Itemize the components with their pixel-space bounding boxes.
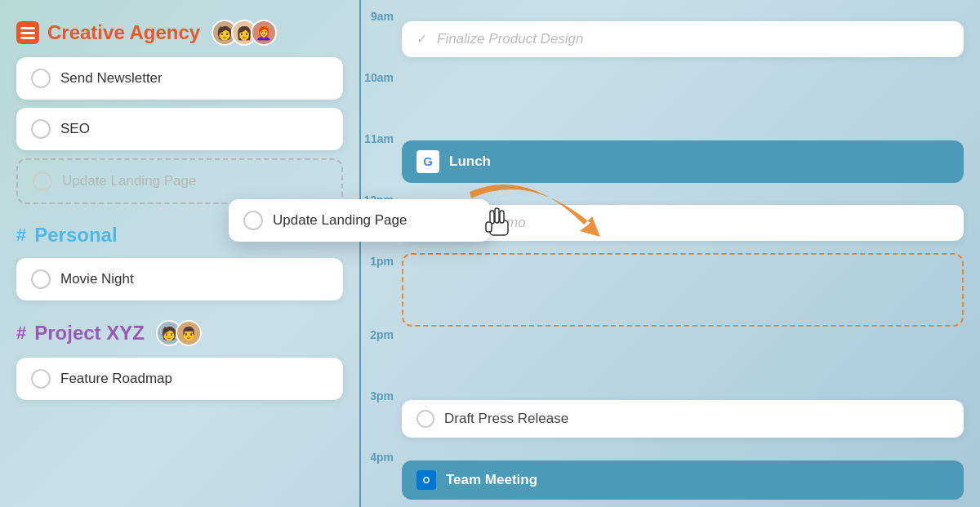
creative-agency-title: Creative Agency	[47, 21, 200, 44]
event-label: Draft Press Release	[444, 411, 568, 427]
hash-personal-icon: #	[16, 225, 26, 246]
time-label-3pm: 3pm	[361, 388, 402, 402]
task-checkbox	[33, 171, 52, 191]
outlook-icon: O	[416, 470, 436, 490]
task-feature-roadmap[interactable]: Feature Roadmap	[16, 358, 343, 400]
event-draft-press-release: Draft Press Release	[402, 400, 964, 438]
google-icon: G	[416, 150, 439, 173]
time-slot-11am: 11am G Lunch	[361, 131, 964, 192]
slot-content-10am	[402, 69, 964, 131]
floating-task-update-landing-page[interactable]: Update Landing Page	[229, 199, 490, 242]
time-label-11am: 11am	[361, 131, 402, 145]
personal-title: Personal	[34, 224, 117, 247]
svg-rect-2	[20, 32, 35, 34]
time-grid: 9am ✓ Finalize Product Design 10am 11am …	[361, 8, 964, 499]
time-slot-3pm: 3pm Draft Press Release	[361, 388, 964, 449]
task-label: SEO	[60, 121, 90, 137]
creative-agency-avatars: 🧑 👩 👩‍🦰	[212, 20, 277, 46]
event-finalize-product-design: ✓ Finalize Product Design	[402, 21, 964, 57]
time-slot-2pm: 2pm	[361, 327, 964, 388]
event-team-meeting: O Team Meeting	[402, 460, 964, 500]
task-label: Update Landing Page	[62, 173, 196, 189]
avatar-5: 👨	[176, 320, 202, 346]
event-label: Finalize Product Design	[437, 31, 584, 47]
task-checkbox[interactable]	[31, 119, 51, 139]
left-panel: Creative Agency 🧑 👩 👩‍🦰 Send Newsletter …	[0, 0, 359, 507]
section-project-xyz: # Project XYZ 🧑 👨 Feature Roadmap	[16, 320, 343, 400]
event-checkbox[interactable]	[416, 410, 434, 428]
time-slot-10am: 10am	[361, 69, 964, 131]
svg-rect-7	[500, 211, 504, 223]
task-checkbox[interactable]	[31, 69, 51, 88]
check-icon: ✓	[416, 31, 427, 47]
svg-rect-8	[486, 222, 492, 232]
time-slot-4pm: 4pm O Team Meeting	[361, 449, 964, 507]
section-project-xyz-header: # Project XYZ 🧑 👨	[16, 320, 343, 346]
slot-content-4pm: O Team Meeting	[402, 449, 964, 507]
task-checkbox[interactable]	[31, 369, 51, 389]
section-creative-agency-header: Creative Agency 🧑 👩 👩‍🦰	[16, 20, 343, 46]
section-creative-agency: Creative Agency 🧑 👩 👩‍🦰 Send Newsletter …	[16, 20, 343, 204]
time-slot-9am: 9am ✓ Finalize Product Design	[361, 8, 964, 69]
slot-content-1pm[interactable]	[402, 253, 964, 327]
event-label: Team Meeting	[446, 472, 537, 488]
task-update-landing-page-placeholder: Update Landing Page	[16, 158, 343, 204]
svg-rect-1	[20, 27, 35, 29]
hash-project-icon: #	[16, 322, 26, 344]
floating-label: Update Landing Page	[273, 212, 407, 229]
project-xyz-avatars: 🧑 👨	[156, 320, 202, 346]
time-label-4pm: 4pm	[361, 449, 402, 464]
slot-content-2pm	[402, 327, 964, 388]
right-panel: 9am ✓ Finalize Product Design 10am 11am …	[361, 0, 980, 507]
slot-content-3pm: Draft Press Release	[402, 388, 964, 449]
task-label: Send Newsletter	[60, 70, 163, 87]
slot-content-9am: ✓ Finalize Product Design	[402, 8, 964, 69]
svg-rect-6	[495, 208, 499, 223]
task-send-newsletter[interactable]: Send Newsletter	[16, 57, 343, 100]
creative-agency-icon	[16, 21, 39, 44]
project-xyz-title: Project XYZ	[34, 322, 145, 345]
time-label-1pm: 1pm	[361, 253, 402, 268]
floating-checkbox	[243, 211, 263, 230]
task-movie-night[interactable]: Movie Night	[16, 258, 343, 300]
time-label-9am: 9am	[361, 8, 402, 23]
time-label-2pm: 2pm	[361, 327, 402, 341]
task-seo[interactable]: SEO	[16, 108, 343, 150]
time-label-10am: 10am	[361, 69, 402, 84]
task-label: Movie Night	[60, 271, 134, 287]
task-checkbox[interactable]	[31, 269, 51, 289]
time-slot-1pm[interactable]: 1pm	[361, 253, 964, 327]
svg-rect-3	[20, 37, 35, 39]
avatar-3: 👩‍🦰	[251, 20, 277, 46]
task-label: Feature Roadmap	[60, 371, 172, 387]
cursor-icon	[482, 204, 514, 243]
drop-zone-1pm[interactable]	[402, 253, 964, 327]
